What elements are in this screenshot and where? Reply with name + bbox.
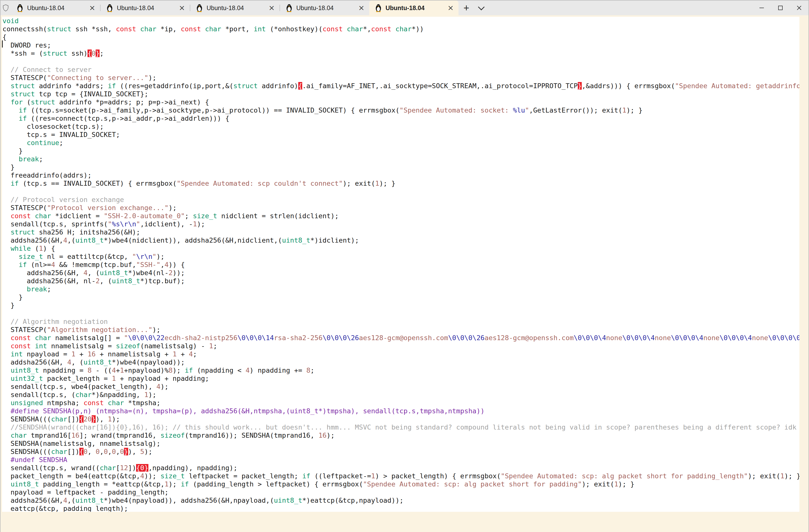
maximize-button[interactable] <box>771 0 790 15</box>
code-line: const int nnamelistsalg = sizeof(namelis… <box>2 342 799 350</box>
close-window-button[interactable] <box>790 0 809 15</box>
titlebar-drag-area[interactable] <box>488 0 752 15</box>
linux-penguin-icon <box>16 4 24 12</box>
tab-ubuntu-4[interactable]: Ubuntu-18.04× <box>280 0 369 15</box>
tab-strip: Ubuntu-18.04×Ubuntu-18.04×Ubuntu-18.04×U… <box>11 0 459 15</box>
tab-dropdown-button[interactable] <box>474 0 488 15</box>
code-line: tcp.s = INVALID_SOCKET; <box>2 130 799 139</box>
maximize-icon <box>777 5 784 11</box>
code-line: } <box>2 301 799 309</box>
code-line: *ssh = (struct ssh){0}; <box>2 49 799 57</box>
code-line: sendall(tcp.s, sprintfs("%s\r\n",idclien… <box>2 220 799 228</box>
code-line: sendall(tcp.s, wbe4(packet_length), 4); <box>2 383 799 391</box>
code-line: STATESCP("Connecting to server..."); <box>2 74 799 82</box>
code-line: // Protocol version exchange <box>2 196 799 204</box>
code-line: eattcp(&tcp, padding_length); <box>2 504 799 512</box>
code-line: addsha256(&H,4,(uint8_t*)wbe4(npayload))… <box>2 496 799 504</box>
code-line: } <box>2 147 799 155</box>
tab-close-icon[interactable]: × <box>177 3 186 12</box>
linux-penguin-icon <box>106 4 114 12</box>
code-line: connectssh(struct ssh *ssh, const char *… <box>2 25 799 33</box>
code-line: struct sha256 H; initsha256(&H); <box>2 228 799 236</box>
code-line: if ((res=connect(tcp.s,p->ai_addr,p->ai_… <box>2 114 799 122</box>
windows-terminal-window: Ubuntu-18.04×Ubuntu-18.04×Ubuntu-18.04×U… <box>0 0 809 532</box>
code-line: SENDSHA(((char[]){20}), 1); <box>2 415 799 423</box>
text-cursor <box>2 40 3 48</box>
code-line: struct tcp tcp = {INVALID_SOCKET}; <box>2 90 799 98</box>
chevron-down-icon <box>478 4 485 10</box>
close-icon <box>796 5 802 11</box>
code-line: STATESCP("Protocol version exchange...")… <box>2 204 799 212</box>
linux-penguin-icon <box>286 4 293 12</box>
linux-penguin-icon <box>375 4 382 12</box>
code-line: } <box>2 293 799 301</box>
code-line: if ((tcp.s=socket(p->ai_family,p->ai_soc… <box>2 106 799 114</box>
code-line: void <box>2 17 799 25</box>
tab-label: Ubuntu-18.04 <box>27 4 88 12</box>
tab-close-icon[interactable]: × <box>357 3 366 12</box>
linux-penguin-icon <box>196 4 203 12</box>
code-line: const char namelistsalg[] = "\0\0\0\22ec… <box>2 334 799 342</box>
code-line: SENDSHA(namelistsalg, nnamelistsalg); <box>2 439 799 447</box>
code-line: // Algorithm negotiation <box>2 318 799 325</box>
code-line: sendall(tcp.s, wrand((char[12]){0},npadd… <box>2 464 799 472</box>
code-line: #define SENDSHA(p,n) (ntmpsha=(n), tmpsh… <box>2 407 799 415</box>
code-area[interactable]: voidconnectssh(struct ssh *ssh, const ch… <box>2 17 799 512</box>
code-line: addsha256(&H, nl-2, (uint8_t*)tcp.buf); <box>2 277 799 285</box>
code-line: { <box>2 33 799 41</box>
code-line: char tmprand16[16]; wrand(tmprand16, siz… <box>2 431 799 439</box>
code-line <box>2 309 799 318</box>
code-line: continue; <box>2 139 799 147</box>
code-line: size_t nl = eattiltcp(&tcp, "\r\n"); <box>2 252 799 261</box>
tab-bar: Ubuntu-18.04×Ubuntu-18.04×Ubuntu-18.04×U… <box>0 0 809 15</box>
tab-ubuntu-5-active[interactable]: Ubuntu-18.04× <box>369 0 459 15</box>
code-line <box>2 188 799 196</box>
code-line: #undef SENDSHA <box>2 456 799 464</box>
tab-close-icon[interactable]: × <box>446 3 455 12</box>
tab-ubuntu-1[interactable]: Ubuntu-18.04× <box>11 0 100 15</box>
code-line: // Connect to server <box>2 66 799 74</box>
code-line: uint8_t padding_length = *eattcp(&tcp,1)… <box>2 480 799 488</box>
code-line: packet_length = be4(eattcp(&tcp,4)); siz… <box>2 472 799 480</box>
tab-label: Ubuntu-18.04 <box>207 4 267 12</box>
code-line: addsha256(&H, 4, (uint8_t*)wbe4(npayload… <box>2 358 799 366</box>
code-line: while (1) { <box>2 244 799 252</box>
tab-close-icon[interactable]: × <box>88 3 97 12</box>
new-tab-button[interactable]: + <box>459 0 474 15</box>
window-controls <box>752 0 809 15</box>
minimize-icon <box>759 5 764 11</box>
code-line: SENDSHA(((char[]){0, 0,0,0,0}), 5); <box>2 447 799 456</box>
code-line: } <box>2 163 799 171</box>
tab-close-icon[interactable]: × <box>267 3 276 12</box>
code-line: int npayload = 1 + 16 + nnamelistsalg + … <box>2 350 799 358</box>
tab-label: Ubuntu-18.04 <box>385 4 446 12</box>
code-line: DWORD res; <box>2 41 799 49</box>
tab-label: Ubuntu-18.04 <box>296 4 357 12</box>
code-line: struct addrinfo *addrs; if ((res=getaddr… <box>2 82 799 90</box>
code-line: closesocket(tcp.s); <box>2 122 799 130</box>
code-line <box>2 57 799 66</box>
code-line: addsha256(&H, 4, (uint8_t*)wbe4(nl-2)); <box>2 269 799 277</box>
code-line: addsha256(&H,4,(uint8_t*)wbe4(nidclient)… <box>2 236 799 244</box>
code-line: sendall(tcp.s, (char*)&npadding, 1); <box>2 391 799 399</box>
code-line: if (nl>=4 && !memcmp(tcp.buf,"SSH-",4)) … <box>2 261 799 269</box>
code-line: unsigned ntmpsha; const char *tmpsha; <box>2 399 799 407</box>
terminal-viewport[interactable]: voidconnectssh(struct ssh *ssh, const ch… <box>0 15 809 532</box>
code-line: if (tcp.s == INVALID_SOCKET) { errmsgbox… <box>2 179 799 188</box>
code-line: break; <box>2 285 799 293</box>
code-line: freeaddrinfo(addrs); <box>2 171 799 179</box>
minimize-button[interactable] <box>752 0 771 15</box>
code-line: uint8_t npadding = 8 - ((4+1+npayload)%8… <box>2 366 799 374</box>
tab-ubuntu-2[interactable]: Ubuntu-18.04× <box>101 0 190 15</box>
code-line: STATESCP("Algorithm negotiation..."); <box>2 325 799 334</box>
code-line: for (struct addrinfo *p=addrs; p; p=p->a… <box>2 98 799 106</box>
admin-shield-icon <box>0 0 11 15</box>
code-line: break; <box>2 155 799 163</box>
code-line: //SENDSHA(wrand((char[16]){0},16), 16); … <box>2 423 799 431</box>
code-line: npayload = leftpacket - padding_length; <box>2 488 799 496</box>
code-line: uint32_t packet_length = 1 + npayload + … <box>2 374 799 383</box>
tab-ubuntu-3[interactable]: Ubuntu-18.04× <box>190 0 279 15</box>
scrollbar[interactable] <box>799 15 809 532</box>
code-line: const char *idclient = "SSH-2.0-automate… <box>2 212 799 220</box>
tab-label: Ubuntu-18.04 <box>117 4 177 12</box>
